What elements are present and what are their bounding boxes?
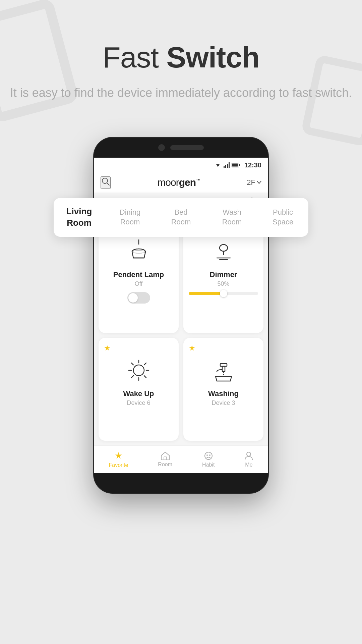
tab-public-space[interactable]: PublicSpace xyxy=(257,204,308,231)
brightness-slider[interactable] xyxy=(189,292,258,295)
room-tabs: LivingRoom DiningRoom BedRoom WashRoom P… xyxy=(54,198,308,237)
person-icon xyxy=(244,451,253,461)
svg-rect-23 xyxy=(220,245,228,251)
battery-icon xyxy=(232,163,240,167)
tab-dining-room[interactable]: DiningRoom xyxy=(105,204,156,231)
device-icon-area xyxy=(189,236,258,266)
nav-label: Habit xyxy=(202,462,215,468)
wake-up-icon xyxy=(125,357,152,384)
svg-rect-5 xyxy=(239,164,240,166)
nav-room[interactable]: Room xyxy=(158,451,172,468)
svg-rect-36 xyxy=(222,366,225,372)
svg-rect-38 xyxy=(164,457,167,460)
dimmer-icon xyxy=(210,238,237,265)
favorite-star: ★ xyxy=(189,344,195,353)
app-header: moorgen™ 2F xyxy=(94,172,268,193)
status-bar: 12:30 xyxy=(94,158,268,172)
nav-label: Room xyxy=(158,462,172,468)
status-time: 12:30 xyxy=(244,161,261,169)
svg-rect-0 xyxy=(224,166,225,168)
power-toggle[interactable] xyxy=(127,292,150,304)
tab-wash-room[interactable]: WashRoom xyxy=(206,204,257,231)
nav-me[interactable]: Me xyxy=(244,451,253,468)
device-card-wake-up[interactable]: ★ Wake Up Device 6 xyxy=(99,338,179,441)
device-status: Device 6 xyxy=(104,399,173,407)
washing-icon xyxy=(210,357,237,384)
svg-point-26 xyxy=(133,365,144,376)
device-icon-area xyxy=(104,236,173,266)
device-icon-area xyxy=(104,355,173,385)
nav-favorite[interactable]: ★ Favorite xyxy=(109,450,128,468)
device-name: Washing xyxy=(189,389,258,398)
svg-rect-6 xyxy=(232,164,238,167)
favorite-star: ★ xyxy=(104,344,111,353)
svg-line-8 xyxy=(107,183,109,185)
slider-wrap xyxy=(189,292,258,295)
svg-rect-3 xyxy=(229,162,230,168)
app-logo: moorgen™ xyxy=(157,177,200,188)
hero-title: Fast Switch xyxy=(0,40,362,74)
floor-selector[interactable]: 2F xyxy=(247,178,261,187)
svg-line-31 xyxy=(131,363,133,365)
device-status: 50% xyxy=(189,280,258,287)
svg-point-41 xyxy=(209,454,210,456)
device-status: Off xyxy=(104,280,173,287)
phone-camera xyxy=(158,144,165,151)
svg-line-32 xyxy=(144,376,146,378)
hero-subtitle: It is easy to find the device immediatel… xyxy=(0,84,362,102)
toggle-knob xyxy=(128,293,138,303)
signal-icon xyxy=(224,162,230,168)
svg-line-34 xyxy=(131,376,133,378)
slider-thumb xyxy=(220,290,227,297)
home-icon xyxy=(161,451,170,460)
toggle-wrap xyxy=(104,292,173,304)
device-name: Pendent Lamp xyxy=(104,270,173,279)
svg-rect-1 xyxy=(225,165,226,168)
svg-point-39 xyxy=(205,452,212,460)
phone-speaker xyxy=(170,145,204,150)
device-status: Device 3 xyxy=(189,399,258,407)
svg-point-22 xyxy=(132,251,145,253)
status-icons: 12:30 xyxy=(214,161,261,169)
star-icon: ★ xyxy=(115,450,122,461)
device-card-washing[interactable]: ★ Washing Device 3 xyxy=(183,338,263,441)
svg-point-42 xyxy=(247,452,251,456)
device-name: Dimmer xyxy=(189,270,258,279)
chevron-down-icon xyxy=(257,181,261,184)
habit-icon xyxy=(204,451,213,461)
device-name: Wake Up xyxy=(104,389,173,398)
nav-label: Me xyxy=(245,462,252,468)
hero-section: Fast Switch It is easy to find the devic… xyxy=(0,40,362,102)
phone-frame: 12:30 moorgen™ 2F xyxy=(94,138,268,493)
pendent-lamp-icon xyxy=(125,238,152,265)
nav-habit[interactable]: Habit xyxy=(202,451,215,468)
search-icon xyxy=(101,177,110,186)
tab-bed-room[interactable]: BedRoom xyxy=(156,204,206,231)
bottom-nav: ★ Favorite Room Habit xyxy=(94,445,268,473)
svg-point-40 xyxy=(206,454,208,456)
device-grid: ★ Pendent Lamp Off xyxy=(94,214,268,445)
tab-living-room[interactable]: LivingRoom xyxy=(54,202,105,233)
svg-rect-2 xyxy=(227,164,228,168)
svg-line-33 xyxy=(144,363,146,365)
room-tabs-container: LivingRoom DiningRoom BedRoom WashRoom P… xyxy=(54,198,308,237)
slider-fill xyxy=(189,292,224,295)
phone-top-bar xyxy=(94,138,268,158)
search-button[interactable] xyxy=(101,176,111,189)
wifi-icon xyxy=(214,162,222,168)
nav-label: Favorite xyxy=(109,462,128,468)
device-icon-area xyxy=(189,355,258,385)
